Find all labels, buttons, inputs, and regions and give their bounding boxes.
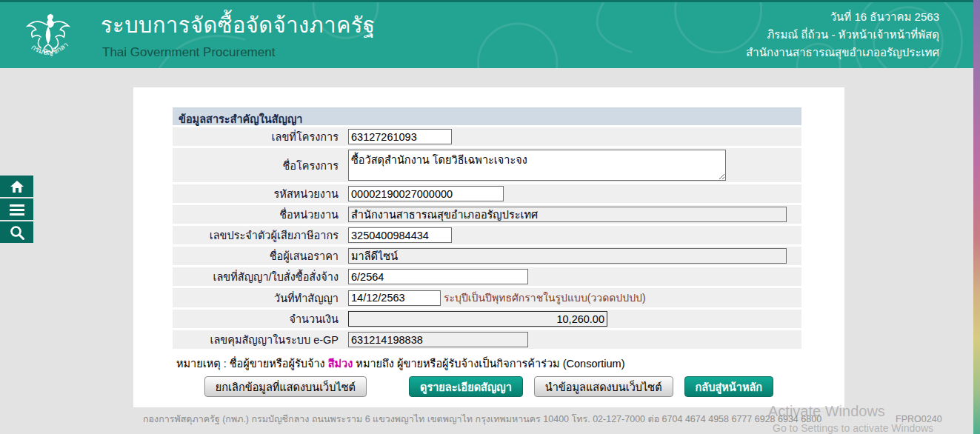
home-button[interactable] [0, 176, 33, 197]
field-label: เลขที่สัญญา/ใบสั่งซื้อสั่งจ้าง [173, 268, 345, 285]
field-row-contract-number: เลขที่สัญญา/ใบสั่งซื้อสั่งจ้าง [173, 267, 801, 286]
search-icon [10, 225, 24, 240]
field-row-taxpayer-id: เลขประจำตัวผู้เสียภาษีอากร [173, 226, 801, 244]
field-label: เลขที่โครงการ [173, 128, 345, 145]
field-row-bidder-name: ชื่อผู้เสนอราคา [173, 247, 801, 265]
garuda-logo: กรมบัญชีกลาง [18, 7, 79, 67]
app-subtitle: Thai Government Procurement [102, 45, 275, 60]
egp-control-number-input[interactable] [348, 332, 528, 347]
consortium-note: หมายเหตุ : ชื่อผู้ขายหรือผู้รับจ้าง สีม่… [176, 355, 801, 372]
field-row-agency-name: ชื่อหน่วยงาน [173, 205, 801, 224]
footer-address: กองการพัสดุภาครัฐ (กพภ.) กรมบัญชีกลาง ถน… [143, 414, 821, 424]
svg-text:กรมบัญชีกลาง: กรมบัญชีกลาง [18, 7, 70, 56]
agency-code-input[interactable] [348, 186, 504, 201]
taxpayer-id-input[interactable] [348, 227, 452, 243]
field-row-amount: จำนวนเงิน [173, 310, 801, 328]
field-label: ชื่อหน่วยงาน [173, 206, 345, 223]
session-info: วันที่ 16 ธันวาคม 2563 ภิรมณ์ ถี่ถ้วน - … [746, 8, 939, 61]
field-row-agency-code: รหัสหน่วยงาน [173, 184, 801, 203]
menu-icon [10, 204, 24, 216]
field-row-project-number: เลขที่โครงการ [173, 127, 801, 146]
field-label: รหัสหน่วยงาน [173, 185, 345, 202]
view-contract-detail-button[interactable]: ดูรายละเอียดสัญญา [409, 376, 523, 397]
home-icon [10, 180, 24, 193]
app-header: กรมบัญชีกลาง ระบบการจัดซื้อจัดจ้างภาครัฐ… [0, 0, 980, 68]
search-button[interactable] [0, 221, 33, 243]
field-label: ชื่อโครงการ [173, 157, 345, 174]
user-organization: สำนักงานสาธารณสุขอำเภออรัญประเทศ [746, 44, 939, 61]
note-highlight: สีม่วง [328, 358, 353, 370]
agency-name-input[interactable] [348, 207, 787, 222]
action-buttons: ยกเลิกข้อมูลที่แสดงบนเว็บไซต์ ดูรายละเอี… [133, 376, 844, 397]
project-number-input[interactable] [348, 129, 452, 144]
field-row-egp-control-number: เลขคุมสัญญาในระบบ e-GP [173, 330, 801, 349]
contract-number-input[interactable] [348, 269, 528, 284]
form-title: ข้อมูลสาระสำคัญในสัญญา [173, 107, 801, 125]
date-format-hint: ระบุปีเป็นปีพุทธศักราชในรูปแบบ(ววดดปปปป) [444, 290, 646, 306]
activate-windows-subtext: Go to Settings to activate Windows [773, 422, 933, 434]
screen-edge-strip [973, 0, 980, 434]
project-name-textarea[interactable]: ซื้อวัสดุสำนักงาน โดยวิธีเฉพาะเจาะจง [348, 150, 726, 181]
content-panel: ข้อมูลสาระสำคัญในสัญญา เลขที่โครงการ ชื่… [133, 87, 844, 407]
field-label: เลขคุมสัญญาในระบบ e-GP [173, 331, 345, 348]
menu-button[interactable] [0, 198, 33, 220]
note-suffix: หมายถึง ผู้ขายหรือผู้รับจ้างเป็นกิจการค้… [353, 358, 624, 370]
field-row-project-name: ชื่อโครงการ ซื้อวัสดุสำนักงาน โดยวิธีเฉพ… [173, 148, 801, 182]
contract-date-input[interactable] [348, 290, 441, 306]
field-label: จำนวนเงิน [173, 310, 345, 327]
cancel-publish-button[interactable]: ยกเลิกข้อมูลที่แสดงบนเว็บไซต์ [204, 376, 367, 397]
field-row-contract-date: วันที่ทำสัญญา ระบุปีเป็นปีพุทธศักราชในรู… [173, 288, 801, 307]
amount-input[interactable] [348, 311, 607, 327]
field-label: ชื่อผู้เสนอราคา [173, 247, 345, 264]
publish-data-button[interactable]: นำข้อมูลแสดงบนเว็บไซต์ [534, 376, 673, 397]
current-user: ภิรมณ์ ถี่ถ้วน - หัวหน้าเจ้าหน้าที่พัสดุ [746, 26, 939, 44]
field-label: เลขประจำตัวผู้เสียภาษีอากร [173, 227, 345, 244]
sidebar [0, 176, 33, 244]
bidder-name-input[interactable] [348, 248, 787, 264]
contract-summary-form: ข้อมูลสาระสำคัญในสัญญา เลขที่โครงการ ชื่… [173, 107, 801, 372]
activate-windows-watermark: Activate Windows [768, 403, 885, 420]
current-date: วันที่ 16 ธันวาคม 2563 [746, 8, 939, 26]
field-label: วันที่ทำสัญญา [173, 290, 345, 307]
app-title: ระบบการจัดซื้อจัดจ้างภาครัฐ [101, 8, 375, 42]
back-to-home-button[interactable]: กลับสู่หน้าหลัก [684, 376, 774, 397]
note-prefix: หมายเหตุ : ชื่อผู้ขายหรือผู้รับจ้าง [176, 358, 328, 370]
